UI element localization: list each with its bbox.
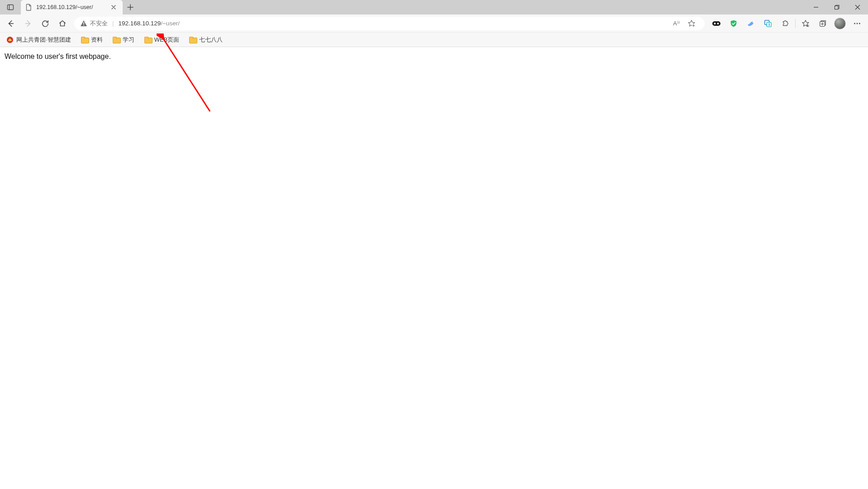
bookmark-item[interactable]: 资料	[79, 34, 105, 45]
extension-button-2[interactable]	[725, 16, 742, 31]
page-content: Welcome to user's first webpage.	[0, 47, 868, 489]
read-aloud-button[interactable]: A⁾⁾	[671, 16, 682, 31]
svg-point-11	[717, 23, 719, 24]
mask-icon	[712, 20, 721, 27]
site-security-indicator[interactable]: 不安全	[80, 19, 108, 28]
folder-icon	[144, 37, 152, 43]
url-text: 192.168.10.129/~user/	[118, 20, 180, 27]
refresh-button[interactable]	[37, 16, 53, 31]
url-path: /~user/	[161, 20, 180, 27]
svg-rect-0	[8, 5, 14, 10]
read-aloud-icon: A⁾⁾	[673, 20, 680, 27]
forward-button[interactable]	[20, 16, 36, 31]
bookmark-label: 七七八八	[199, 36, 223, 44]
nav-toolbar: 不安全 | 192.168.10.129/~user/ A⁾⁾	[0, 14, 868, 33]
svg-rect-9	[712, 21, 720, 26]
browser-tab-active[interactable]: 192.168.10.129/~user/	[21, 0, 123, 14]
tab-close-button[interactable]	[109, 3, 118, 12]
maximize-icon	[834, 5, 839, 10]
bookmark-item[interactable]: 七七八八	[187, 34, 224, 45]
titlebar-drag-area[interactable]	[138, 0, 806, 14]
profile-button[interactable]	[832, 16, 848, 31]
extensions-menu-button[interactable]	[777, 16, 793, 31]
star-add-icon	[687, 19, 696, 28]
bookmark-favicon	[6, 36, 14, 43]
window-maximize-button[interactable]	[826, 0, 847, 14]
shield-check-icon	[730, 19, 738, 28]
avatar-icon	[834, 18, 846, 29]
bird-icon	[747, 19, 755, 28]
more-horizontal-icon	[853, 19, 861, 28]
bookmark-item[interactable]: 网上共青团·智慧团建	[5, 34, 73, 45]
extension-button-1[interactable]	[708, 16, 725, 31]
bookmark-item[interactable]: WEB页面	[143, 34, 181, 45]
folder-icon	[81, 37, 88, 43]
address-separator: |	[112, 20, 114, 27]
svg-rect-7	[83, 25, 84, 26]
svg-rect-6	[83, 22, 84, 24]
extension-button-3[interactable]	[743, 16, 759, 31]
refresh-icon	[41, 19, 49, 28]
back-button[interactable]	[3, 16, 19, 31]
title-bar: 192.168.10.129/~user/	[0, 0, 868, 14]
svg-rect-3	[835, 6, 839, 10]
tab-title: 192.168.10.129/~user/	[36, 4, 105, 10]
url-host: 192.168.10.129	[118, 20, 161, 27]
bookmark-label: 学习	[123, 36, 134, 44]
folder-icon	[113, 37, 120, 43]
home-icon	[58, 19, 67, 28]
extension-button-4[interactable]	[760, 16, 776, 31]
svg-point-16	[857, 23, 858, 24]
collections-button[interactable]	[815, 16, 831, 31]
close-icon	[855, 5, 860, 10]
puzzle-icon	[781, 19, 789, 28]
star-list-icon	[801, 19, 810, 28]
not-secure-icon	[80, 20, 87, 27]
tab-actions-icon	[7, 4, 14, 11]
svg-point-15	[854, 23, 855, 24]
settings-more-button[interactable]	[849, 16, 865, 31]
arrow-right-icon	[24, 19, 32, 28]
new-tab-button[interactable]	[123, 0, 138, 14]
arrow-left-icon	[7, 19, 15, 28]
collections-icon	[819, 19, 827, 28]
bookmark-label: 网上共青团·智慧团建	[16, 36, 71, 44]
minimize-icon	[813, 5, 819, 10]
favorite-button[interactable]	[683, 16, 700, 31]
svg-point-17	[859, 23, 860, 24]
favorites-list-button[interactable]	[797, 16, 814, 31]
window-close-button[interactable]	[847, 0, 868, 14]
toolbar-divider	[795, 19, 796, 28]
tab-actions-button[interactable]	[0, 0, 21, 14]
home-button[interactable]	[54, 16, 71, 31]
annotation-arrow	[157, 34, 220, 124]
bookmark-item[interactable]: 学习	[111, 34, 136, 45]
page-icon	[25, 4, 33, 11]
plus-icon	[127, 4, 134, 10]
bookmark-label: WEB页面	[154, 36, 180, 44]
svg-line-19	[163, 38, 210, 111]
window-minimize-button[interactable]	[806, 0, 826, 14]
address-bar[interactable]: 不安全 | 192.168.10.129/~user/ A⁾⁾	[74, 17, 705, 30]
page-body-text: Welcome to user's first webpage.	[5, 53, 111, 60]
bookmark-label: 资料	[91, 36, 103, 44]
folder-icon	[189, 37, 196, 43]
close-icon	[111, 5, 116, 10]
translate-icon	[764, 19, 772, 28]
bookmarks-bar: 网上共青团·智慧团建 资料 学习 WEB页面 七七八八	[0, 33, 868, 47]
svg-point-10	[714, 23, 716, 24]
site-security-label: 不安全	[90, 19, 108, 28]
